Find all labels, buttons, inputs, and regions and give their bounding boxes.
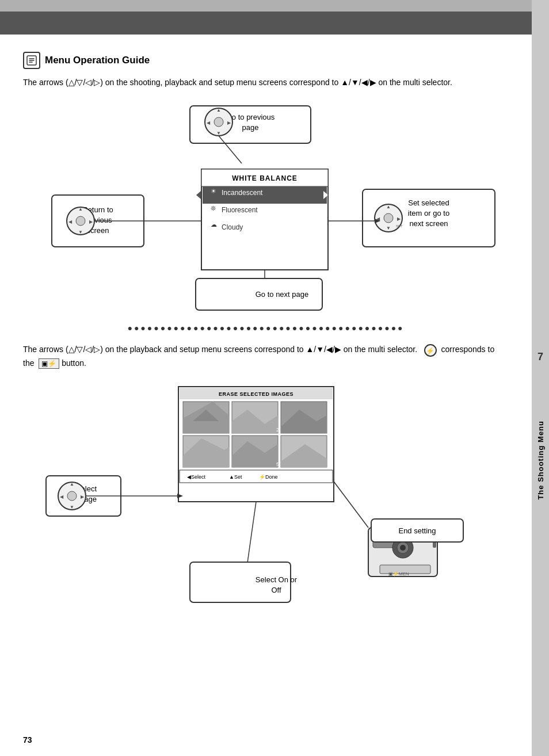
chapter-title-sidebar: The Shooting Menu: [536, 421, 545, 500]
svg-text:Cloudy: Cloudy: [222, 223, 243, 231]
svg-text:▼: ▼: [386, 226, 391, 231]
svg-text:☀: ☀: [211, 188, 216, 194]
svg-marker-43: [196, 191, 201, 199]
svg-text:Fluorescent: Fluorescent: [222, 206, 258, 214]
svg-text:▼: ▼: [78, 230, 83, 235]
svg-point-96: [400, 545, 406, 551]
svg-text:End setting: End setting: [398, 526, 436, 535]
diagram1-svg: Go to previous page ▲ ▼ ◀ ▶ Return to pr…: [23, 100, 518, 313]
svg-text:Select  On  or: Select On or: [256, 575, 298, 584]
section-icon: [23, 52, 40, 69]
svg-text:SET: SET: [396, 224, 403, 228]
diagram2-svg: ERASE SELECTED IMAGES 2 5 ◀Select ▲Set: [23, 381, 518, 623]
svg-text:▼: ▼: [70, 505, 74, 510]
svg-rect-98: [433, 542, 436, 548]
page-number: 73: [23, 735, 32, 744]
right-sidebar: The Shooting Menu 7: [532, 0, 549, 756]
svg-text:▶: ▶: [227, 120, 231, 125]
svg-text:◀: ◀: [60, 494, 64, 499]
section-title-row: Menu Operation Guide: [23, 52, 509, 69]
svg-text:▲: ▲: [78, 207, 83, 212]
diagram1: Go to previous page ▲ ▼ ◀ ▶ Return to pr…: [23, 100, 518, 313]
svg-text:◀: ◀: [207, 120, 211, 125]
svg-text:item or go to: item or go to: [408, 209, 449, 217]
top-bar: [0, 0, 549, 35]
svg-text:WHITE BALANCE: WHITE BALANCE: [232, 174, 298, 182]
svg-point-5: [214, 117, 223, 127]
svg-text:❊: ❊: [211, 205, 216, 212]
svg-text:⚡Done: ⚡Done: [259, 474, 278, 480]
svg-text:☁: ☁: [211, 221, 217, 228]
svg-text:▶: ▶: [397, 216, 401, 222]
svg-text:ERASE SELECTED IMAGES: ERASE SELECTED IMAGES: [219, 391, 293, 397]
svg-text:5: 5: [276, 461, 279, 467]
menu-guide-icon: [26, 55, 37, 66]
svg-text:Go to next page: Go to next page: [256, 290, 309, 299]
top-bar-inner: [0, 12, 532, 35]
svg-text:next screen: next screen: [409, 219, 448, 228]
svg-text:◀: ◀: [68, 219, 73, 224]
svg-text:▲Set: ▲Set: [229, 474, 242, 480]
svg-text:◀Select: ◀Select: [187, 474, 206, 480]
svg-text:Go  to  previous: Go to previous: [226, 113, 275, 121]
body-text-1: The arrows (△/▽/◁/▷) on the shooting, pl…: [23, 76, 509, 89]
svg-text:▶: ▶: [81, 494, 85, 499]
svg-text:page: page: [242, 123, 259, 132]
svg-text:2: 2: [276, 427, 279, 433]
svg-text:▼: ▼: [216, 131, 221, 136]
svg-line-113: [247, 502, 256, 563]
svg-text:▲: ▲: [70, 482, 74, 487]
svg-point-85: [67, 491, 77, 501]
svg-point-16: [76, 216, 85, 226]
svg-text:▲: ▲: [216, 108, 221, 113]
chapter-sidebar-tab: The Shooting Menu: [532, 391, 549, 529]
diagram2: ERASE SELECTED IMAGES 2 5 ◀Select ▲Set: [23, 381, 518, 623]
svg-text:▶: ▶: [89, 219, 93, 224]
svg-text:▣⚡MEN: ▣⚡MEN: [388, 571, 409, 576]
svg-line-103: [334, 482, 368, 528]
svg-text:Set  selected: Set selected: [408, 198, 449, 207]
svg-text:▲: ▲: [386, 204, 391, 209]
main-content: Menu Operation Guide The arrows (△/▽/◁/▷…: [0, 35, 532, 634]
body-text-2: The arrows (△/▽/◁/▷) on the playback and…: [23, 343, 509, 369]
dotted-divider: ●●●●●●●●●●●●●●●●●●●●●●●●●●●●●●●●●●●●●●●●…: [23, 323, 509, 333]
section-title: Menu Operation Guide: [45, 55, 150, 66]
svg-text:Off: Off: [271, 586, 281, 594]
svg-point-28: [384, 213, 393, 223]
svg-text:Incandescent: Incandescent: [222, 189, 263, 197]
chapter-number: 7: [532, 351, 549, 363]
